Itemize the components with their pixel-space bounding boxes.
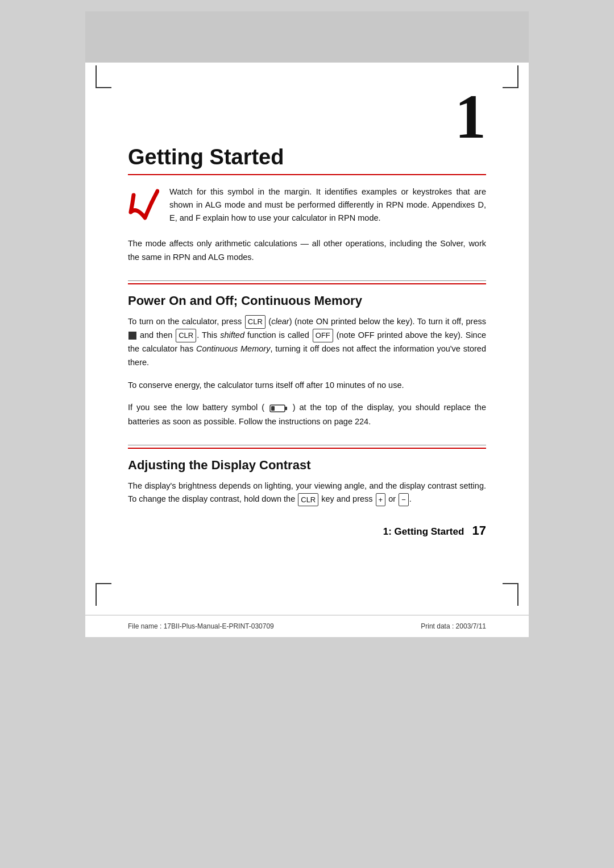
page-reference: 1: Getting Started 17 xyxy=(128,523,486,538)
plus-key: + xyxy=(376,493,386,506)
page-number: 17 xyxy=(472,523,486,538)
section-divider-2-top xyxy=(128,445,486,445)
section-heading-power: Power On and Off; Continuous Memory xyxy=(128,294,486,308)
chapter-title: Getting Started xyxy=(128,145,486,170)
section-divider-2-red xyxy=(128,448,486,449)
callout-text: Watch for this symbol in the margin. It … xyxy=(169,185,486,225)
section-divider-1-red xyxy=(128,283,486,284)
corner-mark-top-left xyxy=(96,65,111,88)
corner-mark-bottom-left xyxy=(96,583,111,606)
title-red-rule xyxy=(128,174,486,175)
intro-paragraph: The mode affects only arithmetic calcula… xyxy=(128,237,486,264)
clr-key-2: CLR xyxy=(176,329,196,342)
shift-key-icon xyxy=(128,332,136,340)
page: 1 Getting Started Watch for this symbol … xyxy=(85,11,529,637)
page-section-label: 1: Getting Started xyxy=(383,526,464,537)
footer-print-date: Print data : 2003/7/11 xyxy=(421,622,486,630)
minus-key: − xyxy=(399,493,409,506)
page-footer: File name : 17BII-Plus-Manual-E-PRINT-03… xyxy=(85,615,529,637)
battery-icon xyxy=(269,402,288,415)
footer-filename: File name : 17BII-Plus-Manual-E-PRINT-03… xyxy=(128,622,274,630)
callout-box: Watch for this symbol in the margin. It … xyxy=(128,185,486,226)
section-divider-1-top xyxy=(128,280,486,281)
off-key: OFF xyxy=(313,329,333,342)
corner-mark-top-right xyxy=(503,65,518,88)
clr-key-contrast: CLR xyxy=(298,493,318,506)
clr-key-1: CLR xyxy=(245,315,265,328)
power-paragraph-1: To turn on the calculator, press CLR (cl… xyxy=(128,315,486,370)
power-paragraph-2: To conserve energy, the calculator turns… xyxy=(128,379,486,392)
content-area: 1 Getting Started Watch for this symbol … xyxy=(85,63,529,555)
power-paragraph-3: If you see the low battery symbol ( ) at… xyxy=(128,401,486,428)
checkmark-icon xyxy=(128,187,159,226)
section-heading-contrast: Adjusting the Display Contrast xyxy=(128,458,486,473)
svg-rect-2 xyxy=(271,406,275,411)
top-banner xyxy=(85,11,529,63)
contrast-paragraph-1: The display's brightness depends on ligh… xyxy=(128,480,486,507)
chapter-number: 1 xyxy=(128,85,486,148)
corner-mark-bottom-right xyxy=(503,583,518,606)
svg-rect-1 xyxy=(285,407,287,410)
